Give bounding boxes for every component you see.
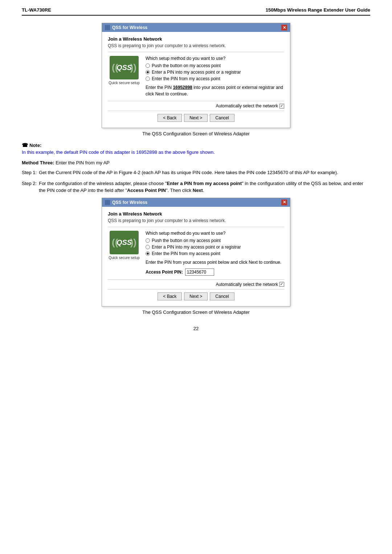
qss-titlebar-left-1: QSS for Wireless [105, 25, 147, 30]
qss-subtitle-1: QSS is preparing to join your computer t… [108, 43, 284, 52]
ap-pin-input[interactable] [185, 268, 214, 276]
note-section: ☎ Note: In this example, the default PIN… [22, 142, 370, 155]
qss-logo-subtitle-1: Quick secure setup [109, 81, 140, 85]
caption-2: The QSS Configuration Screen of Wireless… [22, 309, 370, 315]
cancel-button-2[interactable]: Cancel [210, 292, 234, 300]
auto-select-checkbox-1[interactable] [279, 104, 284, 108]
qss-dialog-2: QSS for Wireless ✕ Join a Wireless Netwo… [102, 198, 290, 307]
qss-content-1: (( QSS )) Quick secure setup Which setup… [108, 56, 284, 97]
qss-auto-select-2: Automatically select the network [108, 279, 284, 287]
qss-title-label-2: QSS for Wireless [112, 200, 147, 205]
step-2-text: For the configuration of the wireless ad… [39, 180, 370, 194]
qss-logo-area-2: (( QSS )) Quick secure setup [108, 231, 140, 276]
qss-options-1: Which setup method do you want to use? P… [146, 56, 284, 97]
qss-join-title-2: Join a Wireless Network [108, 211, 284, 217]
qss-titlebar-2: QSS for Wireless ✕ [102, 198, 290, 207]
radio-enter-pin-circle-2 [146, 245, 150, 249]
cancel-button-1[interactable]: Cancel [210, 114, 234, 122]
qss-radio-enter-pin-2[interactable]: Enter a PIN into my access point or a re… [146, 245, 284, 250]
ap-pin-row: Access Point PIN: [146, 268, 284, 276]
qss-pin-note-1: Enter the PIN 16952898 into your access … [146, 84, 284, 97]
qss-titlebar-left-2: QSS for Wireless [105, 200, 147, 205]
ap-pin-label: Access Point PIN: [146, 270, 183, 275]
step-2-label: Step 2: [22, 180, 37, 194]
qss-title-icon-1 [105, 25, 110, 30]
qss-options-2: Which setup method do you want to use? P… [146, 231, 284, 276]
note-label: ☎ Note: [22, 142, 370, 148]
page-header: TL-WA730RE 150Mbps Wireless Range Extend… [22, 7, 370, 16]
step-1-text: Get the Current PIN code of the AP in Fi… [39, 169, 338, 176]
method-heading: Method Three: Enter the PIN from my AP [22, 160, 370, 165]
radio-push-circle-2 [146, 238, 150, 243]
radio-from-ap-circle-1 [146, 77, 150, 81]
phone-icon: ☎ [22, 142, 28, 148]
step-1-label: Step 1: [22, 169, 37, 176]
radio-from-ap-label-2: Enter the PIN from my access point [152, 251, 220, 256]
qss-auto-select-1: Automatically select the network [108, 101, 284, 108]
back-button-2[interactable]: < Back [158, 292, 182, 300]
qss-logo-2: (( QSS )) [110, 231, 139, 254]
qss-logo-1: (( QSS )) [110, 56, 139, 79]
radio-from-ap-label-1: Enter the PIN from my access point [152, 76, 220, 81]
qss-buttons-2: < Back Next > Cancel [108, 289, 284, 302]
qss-join-title-1: Join a Wireless Network [108, 36, 284, 42]
qss-content-2: (( QSS )) Quick secure setup Which setup… [108, 231, 284, 276]
radio-enter-pin-circle-1 [146, 70, 150, 74]
auto-select-checkbox-2[interactable] [279, 282, 284, 287]
qss-radio-from-ap-1[interactable]: Enter the PIN from my access point [146, 76, 284, 81]
qss-logo-area-1: (( QSS )) Quick secure setup [108, 56, 140, 97]
radio-push-label-2: Push the button on my access point [152, 238, 221, 243]
qss-body-2: Join a Wireless Network QSS is preparing… [102, 207, 290, 306]
qss-pin-note-2: Enter the PIN from your access point bel… [146, 259, 284, 266]
qss-logo-subtitle-2: Quick secure setup [109, 256, 140, 260]
radio-from-ap-circle-2 [146, 251, 150, 256]
radio-push-circle-1 [146, 63, 150, 68]
page-number: 22 [22, 326, 370, 331]
qss-question-2: Which setup method do you want to use? [146, 231, 284, 236]
step-2: Step 2: For the configuration of the wir… [22, 180, 370, 194]
qss-radio-push-2[interactable]: Push the button on my access point [146, 238, 284, 243]
header-model: TL-WA730RE [22, 7, 51, 13]
qss-titlebar-1: QSS for Wireless ✕ [102, 23, 290, 32]
qss-close-button-2[interactable]: ✕ [281, 200, 287, 205]
pin-value-1: 16952898 [173, 85, 192, 90]
qss-buttons-1: < Back Next > Cancel [108, 111, 284, 123]
caption-1: The QSS Configuration Screen of Wireless… [22, 131, 370, 136]
qss-radio-from-ap-2[interactable]: Enter the PIN from my access point [146, 251, 284, 256]
qss-radio-enter-pin-1[interactable]: Enter a PIN into my access point or a re… [146, 70, 284, 75]
qss-question-1: Which setup method do you want to use? [146, 56, 284, 61]
radio-enter-pin-label-2: Enter a PIN into my access point or a re… [152, 245, 241, 250]
qss-dialog-1: QSS for Wireless ✕ Join a Wireless Netwo… [102, 23, 290, 128]
qss-body-1: Join a Wireless Network QSS is preparing… [102, 32, 290, 128]
qss-title-label-1: QSS for Wireless [112, 25, 147, 30]
radio-push-label-1: Push the button on my access point [152, 63, 221, 68]
next-button-2[interactable]: Next > [184, 292, 208, 300]
step-1: Step 1: Get the Current PIN code of the … [22, 169, 370, 176]
back-button-1[interactable]: < Back [158, 114, 182, 122]
next-button-1[interactable]: Next > [184, 114, 208, 122]
qss-title-icon-2 [105, 200, 110, 205]
qss-radio-push-1[interactable]: Push the button on my access point [146, 63, 284, 68]
radio-enter-pin-label-1: Enter a PIN into my access point or a re… [152, 70, 241, 75]
qss-close-button-1[interactable]: ✕ [281, 25, 287, 30]
note-text: In this example, the default PIN code of… [22, 149, 370, 155]
qss-subtitle-2: QSS is preparing to join your computer t… [108, 218, 284, 227]
header-title: 150Mbps Wireless Range Extender User Gui… [266, 7, 370, 13]
